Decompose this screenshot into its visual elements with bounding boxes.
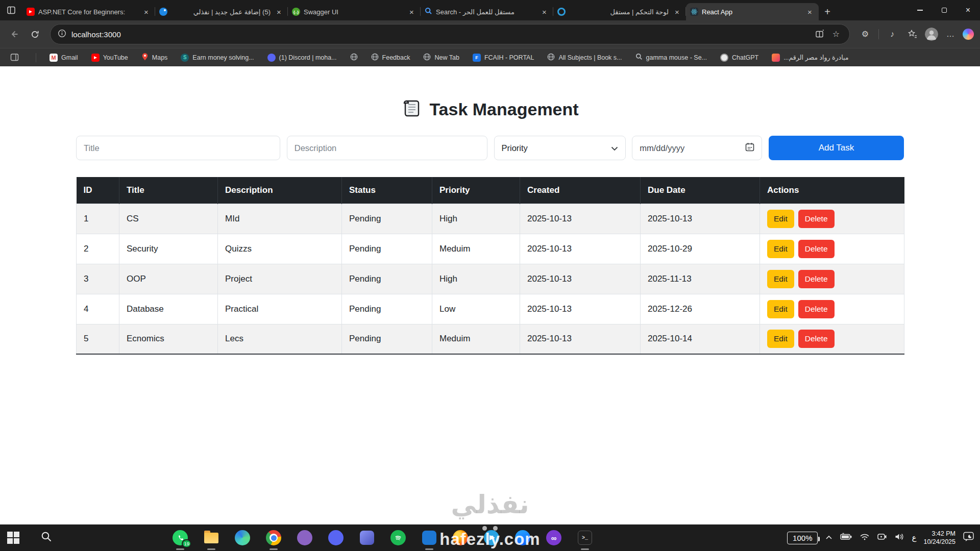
letter-s-icon: S — [181, 54, 189, 62]
tab-mostaql-dashboard[interactable]: لوحة التحكم | مستقل × — [553, 3, 686, 20]
table-row: 1 CS MId Pending High 2025-10-13 2025-10… — [77, 204, 904, 234]
clock[interactable]: 3:42 PM 10/24/2025 — [923, 530, 955, 546]
bookmark-gamma-mouse[interactable]: gamma mouse - Se... — [635, 53, 707, 62]
bookmark-gmail[interactable]: M Gmail — [50, 54, 78, 62]
close-icon[interactable]: × — [407, 7, 416, 17]
maximize-button[interactable] — [932, 0, 956, 20]
taskbar-search-icon[interactable] — [41, 531, 52, 544]
favorite-star-icon[interactable]: ☆ — [828, 26, 844, 42]
title-input[interactable] — [76, 136, 280, 160]
table-row: 3 OOP Project Pending High 2025-10-13 20… — [77, 264, 904, 294]
description-input[interactable] — [287, 136, 487, 160]
extensions-icon[interactable]: ⚙ — [857, 26, 873, 42]
close-icon[interactable]: × — [274, 7, 284, 17]
new-tab-button[interactable]: + — [819, 3, 836, 20]
whatsapp-icon[interactable]: 19 — [173, 530, 188, 545]
task-table: ID Title Description Status Priority Cre… — [76, 177, 904, 355]
site-info-icon[interactable] — [58, 29, 66, 40]
copilot-icon[interactable] — [963, 29, 974, 40]
delete-button[interactable]: Delete — [798, 330, 835, 348]
favorites-hub-icon[interactable] — [904, 26, 921, 42]
file-explorer-icon[interactable] — [204, 530, 219, 545]
wifi-icon[interactable] — [860, 533, 870, 543]
language-indicator[interactable]: ع — [912, 533, 916, 542]
telegram-icon[interactable] — [484, 530, 499, 545]
minimize-button[interactable] — [908, 0, 932, 20]
tab-title: React App — [702, 8, 801, 16]
bookmark-maps[interactable]: Maps — [141, 53, 168, 62]
swagger-favicon: {..} — [292, 8, 300, 16]
edit-button[interactable]: Edit — [767, 240, 794, 258]
discord-icon[interactable] — [328, 530, 344, 545]
edit-button[interactable]: Edit — [767, 210, 794, 228]
bookmark-discord[interactable]: (1) Discord | moha... — [267, 54, 337, 62]
chrome-icon[interactable] — [266, 530, 281, 545]
back-icon[interactable] — [6, 26, 22, 42]
portal-icon: F — [473, 54, 481, 62]
close-icon[interactable]: × — [805, 7, 815, 17]
settings-menu-icon[interactable]: … — [942, 26, 959, 42]
priority-select[interactable]: Priority — [494, 136, 626, 160]
bookmark-youtube[interactable]: YouTube — [91, 54, 128, 62]
camera-icon[interactable] — [877, 533, 887, 543]
add-task-button[interactable]: Add Task — [769, 136, 904, 160]
terminal-icon[interactable]: >_ — [577, 530, 593, 545]
close-icon[interactable]: × — [672, 7, 682, 17]
tab-title: Search - مستقل للعمل الحر — [436, 8, 536, 16]
edit-button[interactable]: Edit — [767, 300, 794, 318]
header-title: Title — [119, 177, 218, 204]
start-button[interactable] — [7, 532, 19, 544]
youtube-favicon — [27, 8, 35, 16]
calendar-icon[interactable] — [745, 142, 754, 154]
media-controls-icon[interactable]: ♪ — [884, 26, 900, 42]
split-screen-icon[interactable] — [812, 26, 828, 42]
refresh-icon[interactable] — [27, 26, 43, 42]
close-icon[interactable]: × — [141, 7, 151, 17]
visual-studio-icon[interactable]: ∞ — [546, 530, 561, 545]
edge-icon[interactable] — [235, 530, 250, 545]
bookmark-feedback[interactable]: Feedback — [371, 53, 410, 62]
profile-avatar[interactable] — [925, 28, 938, 41]
bookmark-globe-only[interactable] — [350, 53, 358, 62]
tab-mostaql-search[interactable]: Search - مستقل للعمل الحر × — [421, 3, 553, 20]
bookmark-new-tab[interactable]: New Tab — [423, 53, 459, 62]
page-header: Task Management — [0, 66, 980, 120]
battery-icon[interactable] — [840, 533, 852, 543]
sidebar-toggle-icon[interactable] — [6, 49, 22, 66]
tab-swagger[interactable]: {..} Swagger UI × — [288, 3, 421, 20]
table-row: 5 Ecnomics Lecs Pending Meduim 2025-10-1… — [77, 324, 904, 354]
due-date-input[interactable]: mm/dd/yyyy — [632, 136, 762, 160]
delete-button[interactable]: Delete — [798, 210, 835, 228]
bookmark-arabic-initiative[interactable]: مبادرة رواد مصر الرقم... — [772, 54, 848, 62]
firefox-icon[interactable] — [453, 530, 468, 545]
edit-button[interactable]: Edit — [767, 330, 794, 348]
search-favicon — [425, 7, 432, 16]
notifications-icon[interactable] — [963, 531, 975, 544]
tab-actions-icon[interactable] — [0, 0, 22, 20]
teams-icon[interactable] — [359, 530, 375, 545]
bookmark-chatgpt[interactable]: ChatGPT — [720, 54, 758, 62]
youtube-icon — [91, 54, 100, 62]
chevron-down-icon — [611, 143, 618, 153]
messenger-icon[interactable] — [515, 530, 530, 545]
tab-title: ASP.NET Core for Beginners: — [38, 8, 138, 16]
bookmark-earn-money[interactable]: S Earn money solving... — [181, 54, 254, 62]
close-icon[interactable]: × — [540, 7, 549, 17]
volume-icon[interactable] — [894, 533, 904, 543]
bookmark-all-subjects[interactable]: All Subjects | Book s... — [547, 53, 622, 62]
vscode-icon[interactable] — [422, 530, 437, 545]
bookmark-fcaih-portal[interactable]: F FCAIH - PORTAL — [473, 54, 534, 62]
address-bar[interactable]: localhost:3000 ☆ — [50, 24, 850, 44]
spotify-icon[interactable] — [390, 530, 406, 545]
delete-button[interactable]: Delete — [798, 300, 835, 318]
tab-aspnet-video[interactable]: ASP.NET Core for Beginners: × — [22, 3, 155, 20]
tab-react-app[interactable]: React App × — [686, 3, 819, 20]
battery-percent-indicator[interactable]: 100% — [787, 532, 818, 544]
edit-button[interactable]: Edit — [767, 270, 794, 288]
hidden-icons-chevron[interactable] — [825, 533, 833, 542]
delete-button[interactable]: Delete — [798, 240, 835, 258]
github-desktop-icon[interactable] — [297, 530, 312, 545]
tab-nafezly-new-job[interactable]: (5) إضافة عمل جديد | نفذلي × — [155, 3, 288, 20]
delete-button[interactable]: Delete — [798, 270, 835, 288]
window-close-button[interactable]: × — [956, 0, 980, 20]
